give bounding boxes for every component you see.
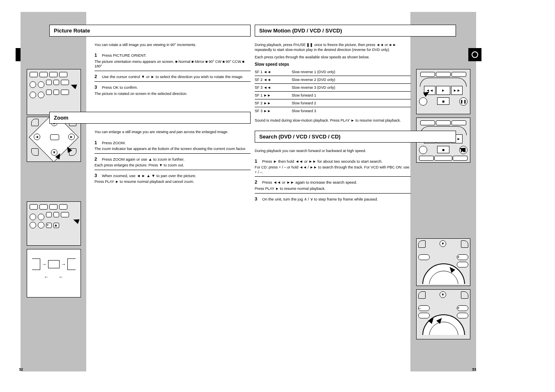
step-item: 2Press ZOOM again or use ▲ to zoom in fu… [94,154,251,170]
step-item: 3Press OK to confirm. The picture is rot… [94,82,251,98]
speed-row: SF 1 ◄◄Slow reverse 1 (DVD only) [255,68,411,76]
step-item: 1Press PICTURE ORIENT. The picture orien… [94,50,251,71]
jog-search-forward-figure: ▼ + [416,238,470,286]
slow-speed-steps-subhead: Slow speed steps [255,62,411,67]
slow-motion-tail-note: Sound is muted during slow-motion playba… [255,118,411,123]
jog-search-both-figure: ▼ – + [416,289,470,339]
remote-top-buttons-figure [27,69,81,115]
fast-forward-icon: ►► [451,86,463,95]
remote-zoom-buttons-figure: +▲ [27,201,81,246]
picture-rotate-heading: Picture Rotate [49,25,251,37]
speed-row: SF 2 ◄◄Slow reverse 2 (DVD only) [255,76,411,84]
fold-triangle-icon [44,373,62,385]
speed-row: SF 2 ►►Slow forward 2 [255,99,411,107]
page-number-right: 33 [472,367,476,371]
zoom-heading: Zoom [49,112,251,124]
search-intro: During playback you can search forward o… [255,148,411,153]
play-icon: ► [436,86,450,95]
transport-rewind-figure: ◄◄ ► ►► ■ ❚❚ [416,69,470,114]
left-arrow-icon: ◄ [35,135,39,139]
slow-motion-para-1: During playback, press PAUSE ❚❚ once to … [255,42,411,52]
step-item: 3When zoomed, use ◄ ► ▲ ▼ to pan over th… [94,170,251,186]
picture-rotate-sequence-figure: → → ←← [27,249,81,297]
search-heading: Search (DVD / VCD / SVCD / CD) [255,131,456,143]
speed-row: SF 1 ►►Slow forward 1 [255,92,411,99]
down-arrow-icon: ▼ [53,150,56,154]
step-item: 1Press ZOOM. The zoom indicator bar appe… [94,137,251,154]
page-number-left: 32 [19,367,23,371]
step-item: 2Press ◄◄ or ►► again to increase the se… [255,177,411,193]
right-text-column: Slow Motion (DVD / VCD / SVCD) During pl… [255,25,411,211]
zoom-intro: You can enlarge a still image you are vi… [94,129,251,134]
page-tab-left [16,48,21,61]
right-arrow-icon: ► [70,135,74,139]
step-item: 2Use the cursor control ▼ or ► to select… [94,71,251,82]
step-item: 3On the unit, turn the jog ∧ / ∨ to step… [255,194,411,204]
speed-row: SF 3 ►►Slow forward 3 [255,107,411,115]
pause-icon: ❚❚ [459,97,467,106]
left-text-column: Picture Rotate You can rotate a still im… [94,25,251,194]
picture-rotate-intro: You can rotate a still image you are vie… [94,42,251,47]
fold-triangle-icon [434,373,452,385]
speed-row: SF 3 ◄◄Slow reverse 3 (DVD only) [255,84,411,92]
slow-motion-para-2: Each press cycles through the available … [255,55,411,60]
left-illustration-column [21,12,86,371]
step-item: 1Press ► then hold ◄◄ or ►► for about tw… [255,156,411,177]
slow-motion-heading: Slow Motion (DVD / VCD / SVCD) [255,25,456,37]
stop-icon: ■ [442,99,444,104]
page-tab-right-disc-icon [468,48,481,61]
